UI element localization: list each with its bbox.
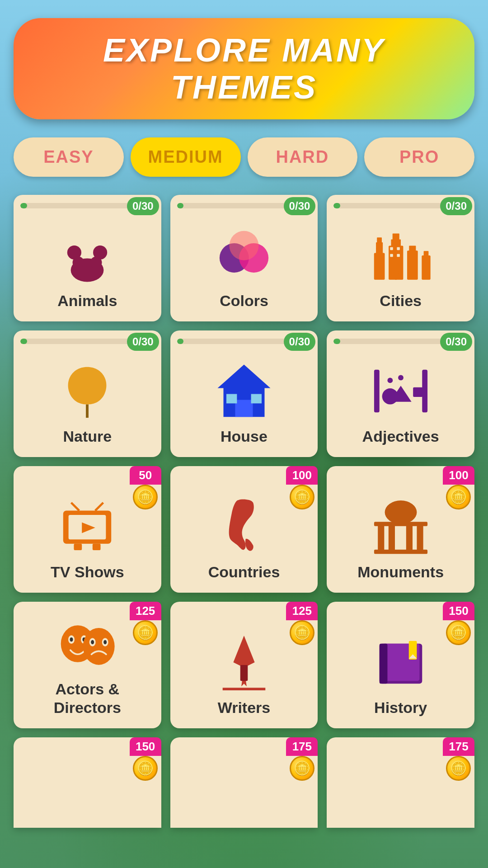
svg-rect-32	[422, 370, 427, 413]
coin-number-partial-3: 175	[443, 737, 474, 756]
svg-rect-20	[397, 247, 399, 250]
cities-icon	[369, 224, 432, 287]
svg-rect-31	[374, 370, 380, 413]
coin-badge-countries: 100 🪙	[286, 466, 318, 509]
progress-badge-animals: 0/30	[127, 197, 159, 215]
svg-marker-63	[233, 636, 254, 668]
tab-medium[interactable]: MEDIUM	[131, 137, 241, 177]
svg-point-37	[398, 375, 404, 381]
theme-card-cities[interactable]: 0/30	[327, 195, 474, 321]
coin-circle-partial-2: 🪙	[290, 756, 314, 781]
theme-card-nature[interactable]: 0/30 Nature	[14, 330, 161, 457]
svg-rect-29	[226, 394, 237, 404]
svg-rect-17	[422, 255, 430, 280]
nature-label: Nature	[63, 427, 112, 446]
svg-line-43	[71, 503, 80, 511]
svg-rect-13	[391, 240, 401, 247]
tab-pro[interactable]: PRO	[364, 137, 474, 177]
coin-circle-countries: 🪙	[290, 485, 314, 509]
svg-point-3	[73, 257, 84, 269]
progress-fill-animals	[20, 203, 27, 208]
theme-card-partial-1[interactable]: 150 🪙	[14, 737, 161, 828]
theme-card-partial-2[interactable]: 175 🪙	[170, 737, 318, 828]
coin-circle-monuments: 🪙	[446, 485, 471, 509]
coin-badge-partial-1: 150 🪙	[130, 737, 161, 781]
actors-icon	[56, 612, 119, 675]
progress-fill-cities	[333, 203, 340, 208]
coin-number-writers: 125	[286, 602, 318, 620]
progress-badge-nature: 0/30	[127, 333, 159, 351]
svg-marker-26	[217, 365, 270, 388]
coin-badge-partial-2: 175 🪙	[286, 737, 318, 781]
svg-point-61	[91, 640, 94, 644]
svg-rect-21	[390, 254, 393, 257]
coin-badge-actors: 125 🪙	[130, 602, 161, 645]
tab-hard[interactable]: HARD	[248, 137, 358, 177]
theme-card-tvshows[interactable]: 50 🪙 TV Shows	[14, 466, 161, 593]
cities-label: Cities	[380, 292, 422, 310]
svg-line-44	[95, 503, 103, 511]
coin-number-partial-2: 175	[286, 737, 318, 756]
colors-label: Colors	[220, 292, 268, 310]
theme-card-animals[interactable]: 0/30 Animals	[14, 195, 161, 321]
header-banner: EXPLORE MANY THEMES	[14, 18, 474, 119]
themes-grid: 0/30 Animals 0/30	[14, 195, 474, 728]
animals-label: Animals	[57, 292, 117, 310]
svg-rect-14	[392, 234, 399, 241]
adjectives-label: Adjectives	[362, 427, 439, 446]
svg-point-7	[229, 231, 258, 260]
svg-rect-11	[377, 237, 382, 243]
adjectives-icon	[369, 359, 432, 423]
nature-icon	[56, 359, 119, 423]
theme-card-house[interactable]: 0/30 House	[170, 330, 318, 457]
coin-number-tvshows: 50	[130, 466, 161, 485]
tab-easy[interactable]: EASY	[14, 137, 124, 177]
coin-circle-actors: 🪙	[133, 620, 158, 645]
theme-card-actors[interactable]: 125 🪙	[14, 602, 161, 728]
coin-circle-history: 🪙	[446, 620, 471, 645]
animals-icon	[56, 224, 119, 287]
svg-rect-8	[374, 253, 385, 280]
theme-card-partial-3[interactable]: 175 🪙	[327, 737, 474, 828]
svg-rect-35	[413, 387, 422, 397]
coin-number-monuments: 100	[443, 466, 474, 485]
svg-rect-18	[423, 251, 428, 257]
theme-card-monuments[interactable]: 100 🪙 Monument	[327, 466, 474, 593]
colors-icon	[212, 224, 276, 287]
house-label: House	[221, 427, 267, 446]
svg-rect-49	[406, 524, 412, 551]
coin-badge-history: 150 🪙	[443, 602, 474, 645]
coin-badge-tvshows: 50 🪙	[130, 466, 161, 509]
svg-rect-28	[235, 400, 253, 417]
progress-fill-colors	[177, 203, 184, 208]
svg-point-4	[90, 257, 102, 269]
theme-card-countries[interactable]: 100 🪙 Countries	[170, 466, 318, 593]
theme-card-history[interactable]: 150 🪙 History	[327, 602, 474, 728]
tvshows-label: TV Shows	[51, 563, 124, 581]
svg-point-36	[387, 378, 393, 383]
progress-fill-house	[177, 339, 184, 344]
coin-badge-writers: 125 🪙	[286, 602, 318, 645]
tvshows-icon	[56, 495, 119, 558]
svg-rect-10	[376, 242, 383, 249]
theme-card-writers[interactable]: 125 🪙 Writers	[170, 602, 318, 728]
coin-circle-partial-1: 🪙	[133, 756, 158, 781]
svg-rect-41	[74, 544, 82, 550]
progress-fill-adjectives	[333, 339, 340, 344]
actors-label: Actors & Directors	[20, 680, 155, 717]
coin-badge-partial-3: 175 🪙	[443, 737, 474, 781]
progress-badge-cities: 0/30	[440, 197, 472, 215]
countries-icon	[212, 495, 276, 558]
svg-point-56	[70, 637, 73, 642]
svg-rect-15	[407, 250, 418, 280]
theme-card-adjectives[interactable]: 0/30 Adjectives	[327, 330, 474, 457]
coin-circle-writers: 🪙	[290, 620, 314, 645]
svg-rect-30	[251, 394, 262, 404]
theme-card-colors[interactable]: 0/30 Colors	[170, 195, 318, 321]
svg-rect-47	[378, 524, 384, 551]
bottom-row-partial: 150 🪙 175 🪙 175 🪙	[14, 737, 474, 828]
history-label: History	[374, 698, 427, 717]
progress-badge-house: 0/30	[284, 333, 316, 351]
svg-rect-19	[390, 247, 393, 250]
svg-point-62	[103, 640, 107, 644]
